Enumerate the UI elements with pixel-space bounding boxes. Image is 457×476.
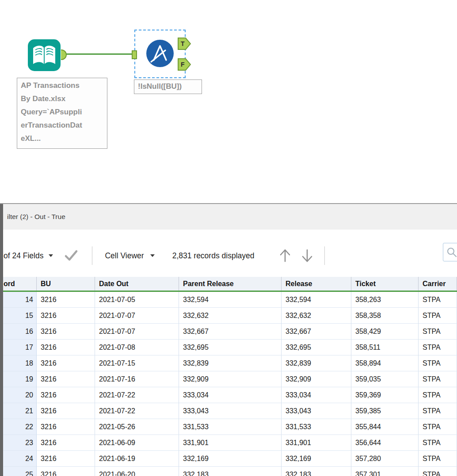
data-cell[interactable]: 3216 (37, 292, 95, 308)
data-cell[interactable]: 355,844 (351, 419, 419, 435)
search-box[interactable] (443, 243, 457, 261)
data-cell[interactable]: 359,035 (351, 371, 419, 387)
data-cell[interactable]: 332,695 (282, 340, 351, 355)
data-cell[interactable]: STPA (419, 387, 457, 403)
data-cell[interactable]: 2021-07-07 (95, 324, 179, 340)
data-cell[interactable]: 332,594 (179, 292, 282, 308)
row-number-cell[interactable]: 14 (3, 292, 37, 308)
data-cell[interactable]: 3216 (37, 451, 95, 467)
data-cell[interactable]: 2021-06-19 (95, 451, 179, 467)
data-cell[interactable]: 2021-06-09 (95, 435, 179, 451)
data-cell[interactable]: 332,183 (179, 467, 282, 476)
data-cell[interactable]: 332,695 (179, 340, 282, 355)
data-cell[interactable]: 3216 (37, 435, 95, 451)
data-cell[interactable]: 3216 (37, 387, 95, 403)
data-cell[interactable]: 356,644 (351, 435, 419, 451)
data-cell[interactable]: 332,632 (179, 308, 282, 324)
column-header-parent-release[interactable]: Parent Release (179, 277, 282, 291)
row-number-cell[interactable]: 22 (3, 419, 37, 435)
data-cell[interactable]: 332,594 (282, 292, 351, 308)
data-cell[interactable]: 331,533 (282, 419, 351, 435)
filter-false-output-anchor[interactable]: F (178, 58, 191, 71)
data-cell[interactable]: 2021-07-05 (95, 292, 179, 308)
connection-line[interactable] (66, 53, 133, 55)
data-cell[interactable]: 2021-07-16 (95, 371, 179, 387)
data-cell[interactable]: STPA (419, 340, 457, 355)
fields-dropdown-caret[interactable] (49, 254, 53, 257)
data-cell[interactable]: STPA (419, 292, 457, 308)
workflow-canvas[interactable]: T F AP Transactions By Date.xlsx Query=`… (0, 0, 457, 203)
row-number-cell[interactable]: 19 (3, 371, 37, 387)
row-number-cell[interactable]: 25 (3, 467, 37, 476)
data-cell[interactable]: 358,894 (351, 355, 419, 371)
data-cell[interactable]: STPA (419, 435, 457, 451)
data-cell[interactable]: 357,301 (351, 467, 419, 476)
data-cell[interactable]: 332,839 (179, 355, 282, 371)
data-cell[interactable]: 332,169 (282, 451, 351, 467)
data-cell[interactable]: 332,169 (179, 451, 282, 467)
row-number-cell[interactable]: 24 (3, 451, 37, 467)
data-cell[interactable]: 2021-07-22 (95, 403, 179, 419)
data-cell[interactable]: 332,632 (282, 308, 351, 324)
scroll-down-button[interactable] (301, 248, 314, 263)
data-cell[interactable]: 2021-07-07 (95, 308, 179, 324)
data-cell[interactable]: 3216 (37, 324, 95, 340)
column-header-date-out[interactable]: Date Out (95, 277, 179, 291)
row-number-cell[interactable]: 20 (3, 387, 37, 403)
filter-true-output-anchor[interactable]: T (178, 38, 191, 50)
data-cell[interactable]: 3216 (37, 340, 95, 355)
data-cell[interactable]: STPA (419, 467, 457, 476)
data-cell[interactable]: STPA (419, 403, 457, 419)
data-cell[interactable]: 331,901 (179, 435, 282, 451)
data-cell[interactable]: 358,511 (351, 340, 419, 355)
input-tool-annotation[interactable]: AP Transactions By Date.xlsx Query=`APsu… (17, 78, 107, 149)
input-tool-output-anchor[interactable] (61, 49, 67, 60)
data-cell[interactable]: 332,667 (282, 324, 351, 340)
data-cell[interactable]: 359,385 (351, 403, 419, 419)
data-cell[interactable]: 332,667 (179, 324, 282, 340)
data-cell[interactable]: 331,533 (179, 419, 282, 435)
data-cell[interactable]: 2021-07-15 (95, 355, 179, 371)
row-number-cell[interactable]: 21 (3, 403, 37, 419)
data-cell[interactable]: 333,034 (179, 387, 282, 403)
data-cell[interactable]: 3216 (37, 467, 95, 476)
row-number-cell[interactable]: 23 (3, 435, 37, 451)
data-cell[interactable]: 2021-07-22 (95, 387, 179, 403)
data-cell[interactable]: 332,909 (282, 371, 351, 387)
data-cell[interactable]: 333,043 (282, 403, 351, 419)
data-cell[interactable]: 357,280 (351, 451, 419, 467)
row-number-cell[interactable]: 17 (3, 340, 37, 355)
data-cell[interactable]: STPA (419, 308, 457, 324)
cell-viewer-dropdown[interactable]: Cell Viewer (105, 251, 144, 261)
filter-tool[interactable] (134, 30, 186, 78)
data-cell[interactable]: 3216 (37, 308, 95, 324)
filter-tool-input-anchor[interactable] (132, 50, 137, 59)
data-cell[interactable]: STPA (419, 355, 457, 371)
data-cell[interactable]: STPA (419, 324, 457, 340)
column-header-ticket[interactable]: Ticket (351, 277, 419, 291)
data-cell[interactable]: 333,043 (179, 403, 282, 419)
row-number-cell[interactable]: 16 (3, 324, 37, 340)
data-cell[interactable]: 3216 (37, 355, 95, 371)
apply-button[interactable] (64, 249, 79, 262)
cell-viewer-caret[interactable] (150, 254, 155, 257)
data-cell[interactable]: STPA (419, 419, 457, 435)
data-cell[interactable]: 333,034 (282, 387, 351, 403)
data-cell[interactable]: 358,263 (351, 292, 419, 308)
data-cell[interactable]: 3216 (37, 419, 95, 435)
column-header-carrier[interactable]: Carrier (419, 277, 457, 291)
data-cell[interactable]: 2021-05-26 (95, 419, 179, 435)
data-cell[interactable]: 358,358 (351, 308, 419, 324)
filter-tool-annotation[interactable]: !IsNull([BU]) (134, 79, 202, 94)
data-cell[interactable]: 3216 (37, 371, 95, 387)
data-cell[interactable]: 3216 (37, 403, 95, 419)
data-cell[interactable]: 2021-06-20 (95, 467, 179, 476)
data-cell[interactable]: 2021-07-08 (95, 340, 179, 355)
data-cell[interactable]: 332,183 (282, 467, 351, 476)
column-header-ord[interactable]: ord (3, 277, 37, 291)
data-cell[interactable]: 332,839 (282, 355, 351, 371)
data-cell[interactable]: 359,369 (351, 387, 419, 403)
data-cell[interactable]: STPA (419, 451, 457, 467)
row-number-cell[interactable]: 18 (3, 355, 37, 371)
row-number-cell[interactable]: 15 (3, 308, 37, 324)
